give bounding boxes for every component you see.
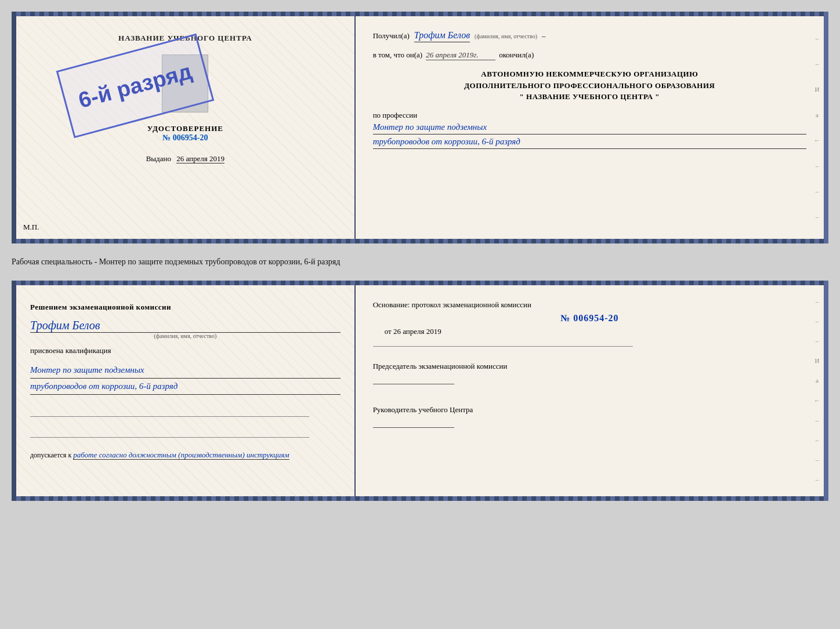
rukovod-label: Руководитель учебного Центра [373, 404, 806, 416]
stamp-text: 6-й разряд [76, 59, 195, 112]
dopusk-prefix: допускается к [30, 451, 71, 459]
vydano-label: Выдано [146, 154, 171, 163]
vydano-line: Выдано 26 апреля 2019 [146, 154, 225, 163]
bottom-right: Основание: протокол экзаменационной коми… [356, 285, 824, 496]
bottom-right-side-marks: – – – И а ← – – – – [814, 285, 820, 496]
middle-label: Рабочая специальность - Монтер по защите… [12, 253, 828, 271]
vtom-line: в том, что он(а) 26 апреля 2019г. окончи… [373, 50, 806, 60]
dash1: – [542, 31, 546, 41]
org-line3: " НАЗВАНИЕ УЧЕБНОГО ЦЕНТРА " [373, 91, 806, 103]
poluchil-line: Получил(а) Трофим Белов (фамилия, имя, о… [373, 30, 806, 42]
horiz-line-right-1 [373, 346, 633, 347]
poluchil-name: Трофим Белов [414, 30, 470, 42]
prot-ot: от [385, 327, 392, 336]
poluchil-prefix: Получил(а) [373, 31, 410, 41]
kvalif-line2: трубопроводов от коррозии, 6-й разряд [30, 379, 341, 395]
fio-hint: (фамилия, имя, отчество) [30, 333, 341, 339]
prisvoe-line: присвоена квалификация [30, 346, 341, 355]
blank-line-1 [30, 405, 309, 417]
mp-line: М.П. [23, 223, 39, 232]
org-line1: АВТОНОМНУЮ НЕКОММЕРЧЕСКУЮ ОРГАНИЗАЦИЮ [373, 68, 806, 80]
predsedatel-block: Председатель экзаменационной комиссии [373, 361, 806, 388]
vydano-date: 26 апреля 2019 [176, 154, 225, 163]
dopusk-text: работе согласно должностным (производств… [73, 450, 289, 460]
cert-right: Получил(а) Трофим Белов (фамилия, имя, о… [356, 16, 824, 239]
certificate-top: НАЗВАНИЕ УЧЕБНОГО ЦЕНТРА 6-й разряд УДОС… [12, 12, 828, 243]
udost-title: УДОСТОВЕРЕНИЕ [147, 124, 223, 133]
cert-left: НАЗВАНИЕ УЧЕБНОГО ЦЕНТРА 6-й разряд УДОС… [16, 16, 356, 239]
stamp-diagonal: 6-й разряд [56, 34, 215, 139]
reshenie-title: Решением экзаменационной комиссии [30, 303, 341, 312]
okonchil: окончил(а) [499, 50, 534, 60]
po-professii: по профессии [373, 111, 806, 120]
osnovanie-block: Основание: протокол экзаменационной коми… [373, 299, 806, 338]
udost-block: УДОСТОВЕРЕНИЕ № 006954-20 [147, 124, 223, 143]
prot-date: от 26 апреля 2019 [385, 326, 806, 338]
org-text: АВТОНОМНУЮ НЕКОММЕРЧЕСКУЮ ОРГАНИЗАЦИЮ ДО… [373, 68, 806, 103]
dopuskaetsya-line: допускается к работе согласно должностны… [30, 450, 341, 460]
bottom-left: Решением экзаменационной комиссии Трофим… [16, 285, 356, 496]
signature-line-2 [373, 416, 454, 428]
rukovod-block: Руководитель учебного Центра [373, 404, 806, 432]
org-line2: ДОПОЛНИТЕЛЬНОГО ПРОФЕССИОНАЛЬНОГО ОБРАЗО… [373, 80, 806, 92]
profession-line2: трубопроводов от коррозии, 6-й разряд [373, 134, 806, 149]
predsedatel-label: Председатель экзаменационной комиссии [373, 361, 806, 373]
vtom-date: 26 апреля 2019г. [426, 50, 495, 60]
osnovanie-label: Основание: протокол экзаменационной коми… [373, 299, 806, 311]
fio-block: Трофим Белов (фамилия, имя, отчество) [30, 319, 341, 339]
prot-num: № 006954-20 [373, 311, 806, 326]
vtom-prefix: в том, что он(а) [373, 50, 423, 60]
profess-line: по профессии Монтер по защите подземных … [373, 111, 806, 149]
signature-line-1 [373, 373, 454, 384]
fio-name: Трофим Белов [30, 319, 341, 333]
right-side-marks: – – И а ← – – – [814, 16, 820, 239]
profession-line1: Монтер по защите подземных [373, 120, 806, 134]
certificate-bottom: Решением экзаменационной комиссии Трофим… [12, 281, 828, 501]
prot-date-val: 26 апреля 2019 [393, 327, 441, 336]
kvalif-block: Монтер по защите подземных трубопроводов… [30, 362, 341, 395]
blank-line-2 [30, 426, 309, 438]
kvalif-line1: Монтер по защите подземных [30, 362, 341, 379]
poluchil-hint: (фамилия, имя, отчество) [475, 33, 537, 39]
udost-num: № 006954-20 [147, 133, 223, 143]
page-wrapper: НАЗВАНИЕ УЧЕБНОГО ЦЕНТРА 6-й разряд УДОС… [12, 12, 828, 501]
